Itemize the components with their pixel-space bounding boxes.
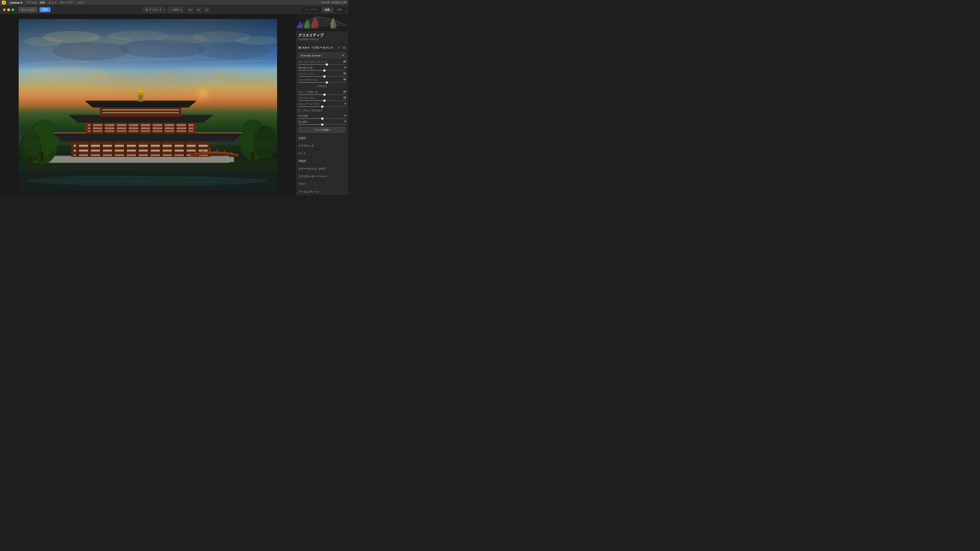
tool-glow[interactable]: グロー ›: [296, 180, 348, 188]
cancel-button[interactable]: キャンセル: [18, 7, 38, 13]
svg-rect-33: [74, 145, 208, 147]
svg-point-12: [119, 40, 205, 58]
sky-local-track[interactable]: [298, 100, 346, 101]
datetime: 11/24(日) 3:00: [331, 1, 347, 4]
svg-rect-59: [138, 123, 141, 134]
svg-rect-34: [74, 150, 208, 152]
zoom-in-button[interactable]: +: [180, 8, 182, 12]
relight-track[interactable]: [298, 76, 346, 77]
svg-rect-60: [150, 123, 153, 134]
tab-library[interactable]: ライブラリ: [302, 7, 321, 12]
main-layout: ⤢ クリエイティブ P9150001-Edit-8.tif AI スカイ・リプレ…: [0, 14, 348, 195]
sky-global-track[interactable]: [298, 82, 346, 83]
maximize-button[interactable]: [11, 8, 14, 11]
sky-exposure-value: 0: [345, 120, 346, 124]
photo-background: [19, 19, 277, 191]
zoom-out-button[interactable]: −: [170, 8, 172, 12]
svg-rect-27: [29, 157, 32, 163]
close-gap-label: ギャップを閉じる: [298, 91, 318, 94]
sky-defocus-label: スカイデフォーカス: [298, 102, 320, 106]
zoom-control: − 67% +: [168, 7, 184, 13]
detail-label: 詳細設定: [296, 83, 348, 89]
histogram-expand[interactable]: ⤢: [345, 15, 347, 18]
tool-matte-label: マット: [298, 152, 306, 155]
preset-button[interactable]: ⊞ プリセット: [143, 7, 165, 13]
chevron-right-icon: ›: [345, 183, 346, 185]
tool-mystic[interactable]: 神秘的 ›: [296, 157, 348, 165]
preset-icon: ⊞: [146, 8, 148, 11]
sky-preset-label: Dramatic Sunset 7: [301, 54, 322, 57]
flip-sky-label: フリップスカイ: [303, 109, 323, 113]
sky-preset-dropdown[interactable]: Dramatic Sunset 7 ▾: [298, 52, 346, 58]
close-gap-slider: ギャップを閉じる 10: [296, 90, 348, 96]
svg-line-14: [30, 62, 91, 63]
svg-rect-112: [331, 22, 331, 29]
tool-lut[interactable]: カラースタイル（LUT） ›: [296, 165, 348, 172]
horizon-pos-label: 地平線の位置: [298, 66, 313, 70]
ai-sky-title: AI スカイ・リプレースメント: [298, 46, 333, 49]
relight-label: リライトシーン: [298, 72, 315, 76]
horizon-pos-value: 0: [345, 66, 346, 70]
mask-edit-button[interactable]: マスクを編集 ▾: [298, 127, 346, 133]
tool-film-grain[interactable]: フィルムグレイン ›: [296, 188, 348, 195]
menu-file[interactable]: ファイル: [26, 1, 37, 4]
crop-icon[interactable]: ⊡: [204, 7, 210, 12]
chevron-right-icon: ›: [345, 144, 346, 147]
menu-items[interactable]: ファイル 編集 ビュー ウインドウ ヘルプ: [26, 1, 84, 4]
svg-rect-62: [174, 123, 177, 134]
svg-rect-118: [335, 22, 336, 29]
tool-matte[interactable]: マット ›: [296, 149, 348, 157]
tab-info[interactable]: 情報: [334, 7, 345, 12]
chevron-right-icon: ›: [345, 160, 346, 162]
menubar: 4 Luminar 4 ファイル 編集 ビュー ウインドウ ヘルプ 2.64 G…: [0, 0, 348, 5]
sky-temp-track[interactable]: [298, 118, 346, 119]
horizon-blending-slider: ホライズンブレンディング 20: [296, 60, 348, 65]
app-name: Luminar 4: [10, 1, 22, 4]
sky-local-slider: スカイローカル 25: [296, 96, 348, 102]
svg-rect-35: [74, 154, 208, 156]
tool-texture[interactable]: テクスチャオーバーレイ ›: [296, 172, 348, 180]
menu-help[interactable]: ヘルプ: [76, 1, 84, 4]
sky-exposure-track[interactable]: [298, 124, 346, 125]
traffic-lights: [3, 8, 14, 11]
compare-icon[interactable]: ⧉: [196, 7, 201, 12]
svg-rect-89: [299, 22, 300, 29]
svg-rect-67: [102, 109, 179, 111]
menu-edit[interactable]: 編集: [40, 1, 45, 4]
tool-texture-label: テクスチャオーバーレイ: [298, 175, 327, 178]
horizon-blend-track[interactable]: [298, 64, 346, 65]
minimize-button[interactable]: [7, 8, 10, 11]
horizon-position-slider: 地平線の位置 0: [296, 65, 348, 71]
flip-sky-checkbox[interactable]: [298, 109, 301, 112]
close-button[interactable]: [3, 8, 6, 11]
ai-sky-module-header[interactable]: AI スカイ・リプレースメント ↺ ◉: [296, 44, 348, 51]
toggle-icon[interactable]: ◉: [342, 46, 346, 49]
sky-defocus-track[interactable]: [298, 106, 346, 107]
svg-rect-57: [115, 123, 117, 134]
tab-edit[interactable]: 編集: [321, 7, 334, 12]
svg-rect-113: [331, 21, 332, 29]
sky-exposure-label: 空の露出: [298, 120, 308, 124]
reset-icon[interactable]: ↺: [337, 46, 341, 49]
apply-button[interactable]: 適用: [40, 7, 51, 12]
sky-temp-label: 空の温度: [298, 114, 308, 118]
tool-solar[interactable]: 太陽光 ›: [296, 134, 348, 142]
chevron-right-icon: ›: [345, 191, 346, 193]
tool-dramatic-label: ドラマチック: [298, 144, 314, 148]
sky-local-value: 25: [343, 96, 346, 100]
close-gap-track[interactable]: [298, 94, 346, 95]
horizon-pos-track[interactable]: [298, 70, 346, 71]
tool-mystic-label: 神秘的: [298, 159, 306, 163]
horizon-blend-label: ホライズンブレンディング: [298, 60, 327, 64]
svg-point-11: [52, 41, 129, 60]
menu-view[interactable]: ビュー: [49, 1, 56, 4]
tool-dramatic[interactable]: ドラマチック ›: [296, 142, 348, 149]
temple-scene: [19, 70, 277, 191]
flip-sky-row: フリップスカイ: [296, 108, 348, 114]
menu-window[interactable]: ウインドウ: [60, 1, 73, 4]
chevron-right-icon: ›: [345, 137, 346, 140]
section-filename: P9150001-Edit-8.tif: [298, 38, 346, 41]
eye-icon[interactable]: 👁: [187, 7, 193, 12]
sky-temp-value: 0: [345, 114, 346, 118]
horizon-blend-value: 20: [343, 60, 346, 64]
